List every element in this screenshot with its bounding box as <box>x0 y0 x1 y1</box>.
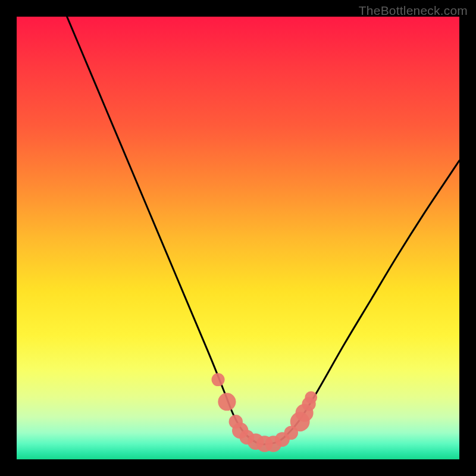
curve-marker <box>305 391 317 403</box>
bottleneck-curve <box>17 17 459 459</box>
curve-marker <box>218 393 236 411</box>
plot-area <box>17 17 459 459</box>
curve-marker <box>211 373 224 386</box>
watermark-text: TheBottleneck.com <box>359 4 468 18</box>
chart-frame: TheBottleneck.com <box>0 0 476 476</box>
